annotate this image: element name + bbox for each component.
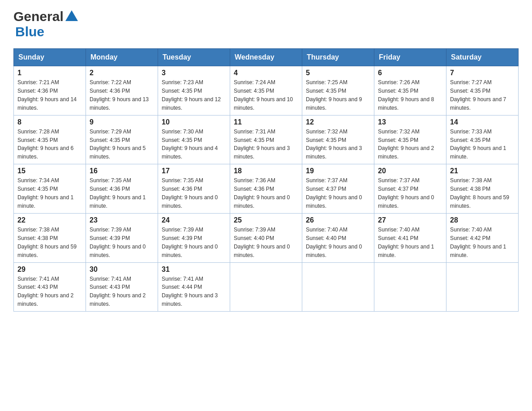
day-number: 19 <box>306 167 370 175</box>
day-number: 9 <box>90 118 154 126</box>
day-cell <box>302 262 374 312</box>
day-info: Sunrise: 7:39 AM Sunset: 4:39 PM Dayligh… <box>90 226 154 260</box>
day-info: Sunrise: 7:39 AM Sunset: 4:39 PM Dayligh… <box>162 226 226 260</box>
day-cell: 26 Sunrise: 7:40 AM Sunset: 4:40 PM Dayl… <box>302 213 374 262</box>
logo: General Blue <box>13 9 79 39</box>
day-info: Sunrise: 7:24 AM Sunset: 4:35 PM Dayligh… <box>234 78 298 112</box>
days-header-row: SundayMondayTuesdayWednesdayThursdayFrid… <box>14 49 519 66</box>
day-cell: 10 Sunrise: 7:30 AM Sunset: 4:35 PM Dayl… <box>158 115 230 164</box>
day-cell: 19 Sunrise: 7:37 AM Sunset: 4:37 PM Dayl… <box>302 164 374 214</box>
day-cell: 23 Sunrise: 7:39 AM Sunset: 4:39 PM Dayl… <box>86 213 158 262</box>
day-number: 28 <box>450 216 515 224</box>
day-info: Sunrise: 7:25 AM Sunset: 4:35 PM Dayligh… <box>306 78 370 112</box>
day-header-sunday: Sunday <box>14 49 86 66</box>
day-number: 24 <box>162 216 226 224</box>
day-info: Sunrise: 7:34 AM Sunset: 4:35 PM Dayligh… <box>17 176 82 210</box>
day-number: 27 <box>378 216 442 224</box>
day-number: 29 <box>17 265 82 274</box>
day-number: 8 <box>17 118 82 126</box>
day-number: 15 <box>17 167 82 175</box>
day-cell: 13 Sunrise: 7:32 AM Sunset: 4:35 PM Dayl… <box>374 115 446 164</box>
day-info: Sunrise: 7:30 AM Sunset: 4:35 PM Dayligh… <box>162 128 226 162</box>
day-cell: 28 Sunrise: 7:40 AM Sunset: 4:42 PM Dayl… <box>446 213 519 262</box>
day-info: Sunrise: 7:38 AM Sunset: 4:38 PM Dayligh… <box>17 226 82 260</box>
day-info: Sunrise: 7:29 AM Sunset: 4:35 PM Dayligh… <box>90 128 154 162</box>
day-cell: 1 Sunrise: 7:21 AM Sunset: 4:36 PM Dayli… <box>14 66 86 116</box>
day-number: 7 <box>450 69 515 77</box>
logo-icon <box>64 9 79 23</box>
day-number: 1 <box>17 69 82 77</box>
day-info: Sunrise: 7:32 AM Sunset: 4:35 PM Dayligh… <box>306 128 370 162</box>
day-info: Sunrise: 7:35 AM Sunset: 4:36 PM Dayligh… <box>90 176 154 210</box>
day-cell: 3 Sunrise: 7:23 AM Sunset: 4:35 PM Dayli… <box>158 66 230 116</box>
day-header-friday: Friday <box>374 49 446 66</box>
day-number: 23 <box>90 216 154 224</box>
day-number: 11 <box>234 118 298 126</box>
day-cell: 27 Sunrise: 7:40 AM Sunset: 4:41 PM Dayl… <box>374 213 446 262</box>
day-cell: 2 Sunrise: 7:22 AM Sunset: 4:36 PM Dayli… <box>86 66 158 116</box>
day-cell: 8 Sunrise: 7:28 AM Sunset: 4:35 PM Dayli… <box>14 115 86 164</box>
logo-general: General <box>13 9 64 24</box>
day-cell: 21 Sunrise: 7:38 AM Sunset: 4:38 PM Dayl… <box>446 164 519 214</box>
week-row-2: 8 Sunrise: 7:28 AM Sunset: 4:35 PM Dayli… <box>14 115 519 164</box>
day-number: 6 <box>378 69 442 77</box>
day-info: Sunrise: 7:38 AM Sunset: 4:38 PM Dayligh… <box>450 176 515 210</box>
day-info: Sunrise: 7:21 AM Sunset: 4:36 PM Dayligh… <box>17 78 82 112</box>
svg-marker-0 <box>65 10 78 21</box>
day-cell: 25 Sunrise: 7:39 AM Sunset: 4:40 PM Dayl… <box>230 213 302 262</box>
day-info: Sunrise: 7:36 AM Sunset: 4:36 PM Dayligh… <box>234 176 298 210</box>
day-cell: 17 Sunrise: 7:35 AM Sunset: 4:36 PM Dayl… <box>158 164 230 214</box>
day-number: 20 <box>378 167 442 175</box>
day-info: Sunrise: 7:37 AM Sunset: 4:37 PM Dayligh… <box>378 176 442 210</box>
day-header-thursday: Thursday <box>302 49 374 66</box>
day-cell: 24 Sunrise: 7:39 AM Sunset: 4:39 PM Dayl… <box>158 213 230 262</box>
calendar-table: SundayMondayTuesdayWednesdayThursdayFrid… <box>13 48 519 312</box>
week-row-1: 1 Sunrise: 7:21 AM Sunset: 4:36 PM Dayli… <box>14 66 519 116</box>
day-number: 3 <box>162 69 226 77</box>
day-cell: 9 Sunrise: 7:29 AM Sunset: 4:35 PM Dayli… <box>86 115 158 164</box>
day-info: Sunrise: 7:35 AM Sunset: 4:36 PM Dayligh… <box>162 176 226 210</box>
day-cell: 31 Sunrise: 7:41 AM Sunset: 4:44 PM Dayl… <box>158 262 230 312</box>
day-number: 31 <box>162 265 226 274</box>
day-info: Sunrise: 7:41 AM Sunset: 4:44 PM Dayligh… <box>162 275 226 309</box>
day-info: Sunrise: 7:26 AM Sunset: 4:35 PM Dayligh… <box>378 78 442 112</box>
day-number: 21 <box>450 167 515 175</box>
day-info: Sunrise: 7:40 AM Sunset: 4:40 PM Dayligh… <box>306 226 370 260</box>
logo-blue: Blue <box>15 24 44 39</box>
day-info: Sunrise: 7:31 AM Sunset: 4:35 PM Dayligh… <box>234 128 298 162</box>
day-number: 26 <box>306 216 370 224</box>
day-number: 14 <box>450 118 515 126</box>
day-cell: 5 Sunrise: 7:25 AM Sunset: 4:35 PM Dayli… <box>302 66 374 116</box>
day-header-wednesday: Wednesday <box>230 49 302 66</box>
day-info: Sunrise: 7:40 AM Sunset: 4:42 PM Dayligh… <box>450 226 515 260</box>
day-info: Sunrise: 7:23 AM Sunset: 4:35 PM Dayligh… <box>162 78 226 112</box>
day-cell: 7 Sunrise: 7:27 AM Sunset: 4:35 PM Dayli… <box>446 66 519 116</box>
day-info: Sunrise: 7:32 AM Sunset: 4:35 PM Dayligh… <box>378 128 442 162</box>
day-cell: 29 Sunrise: 7:41 AM Sunset: 4:43 PM Dayl… <box>14 262 86 312</box>
day-info: Sunrise: 7:28 AM Sunset: 4:35 PM Dayligh… <box>17 128 82 162</box>
week-row-3: 15 Sunrise: 7:34 AM Sunset: 4:35 PM Dayl… <box>14 164 519 214</box>
day-number: 30 <box>90 265 154 274</box>
week-row-4: 22 Sunrise: 7:38 AM Sunset: 4:38 PM Dayl… <box>14 213 519 262</box>
day-cell: 30 Sunrise: 7:41 AM Sunset: 4:43 PM Dayl… <box>86 262 158 312</box>
day-number: 16 <box>90 167 154 175</box>
day-cell: 18 Sunrise: 7:36 AM Sunset: 4:36 PM Dayl… <box>230 164 302 214</box>
day-number: 25 <box>234 216 298 224</box>
day-info: Sunrise: 7:41 AM Sunset: 4:43 PM Dayligh… <box>17 275 82 309</box>
day-number: 18 <box>234 167 298 175</box>
day-header-tuesday: Tuesday <box>158 49 230 66</box>
day-cell <box>374 262 446 312</box>
day-cell <box>446 262 519 312</box>
day-cell: 14 Sunrise: 7:33 AM Sunset: 4:35 PM Dayl… <box>446 115 519 164</box>
day-info: Sunrise: 7:40 AM Sunset: 4:41 PM Dayligh… <box>378 226 442 260</box>
day-number: 22 <box>17 216 82 224</box>
day-cell: 6 Sunrise: 7:26 AM Sunset: 4:35 PM Dayli… <box>374 66 446 116</box>
day-info: Sunrise: 7:39 AM Sunset: 4:40 PM Dayligh… <box>234 226 298 260</box>
day-cell: 22 Sunrise: 7:38 AM Sunset: 4:38 PM Dayl… <box>14 213 86 262</box>
week-row-5: 29 Sunrise: 7:41 AM Sunset: 4:43 PM Dayl… <box>14 262 519 312</box>
day-header-monday: Monday <box>86 49 158 66</box>
day-info: Sunrise: 7:33 AM Sunset: 4:35 PM Dayligh… <box>450 128 515 162</box>
day-number: 12 <box>306 118 370 126</box>
day-number: 2 <box>90 69 154 77</box>
day-info: Sunrise: 7:41 AM Sunset: 4:43 PM Dayligh… <box>90 275 154 309</box>
